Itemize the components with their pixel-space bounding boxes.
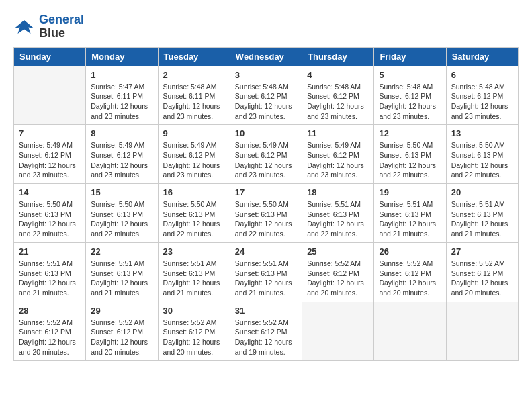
calendar-day-9: 9Sunrise: 5:49 AMSunset: 6:12 PMDaylight… <box>158 125 230 184</box>
day-number: 3 <box>235 70 297 80</box>
calendar-day-7: 7Sunrise: 5:49 AMSunset: 6:12 PMDaylight… <box>14 125 86 184</box>
calendar-day-6: 6Sunrise: 5:48 AMSunset: 6:12 PMDaylight… <box>446 66 518 125</box>
day-number: 9 <box>163 128 225 138</box>
calendar-table: SundayMondayTuesdayWednesdayThursdayFrid… <box>13 47 519 361</box>
calendar-day-14: 14Sunrise: 5:50 AMSunset: 6:13 PMDayligh… <box>14 184 86 243</box>
day-info: Sunrise: 5:49 AMSunset: 6:12 PMDaylight:… <box>91 140 152 180</box>
calendar-day-20: 20Sunrise: 5:51 AMSunset: 6:13 PMDayligh… <box>446 184 518 243</box>
calendar-day-5: 5Sunrise: 5:48 AMSunset: 6:12 PMDaylight… <box>374 66 446 125</box>
logo: GeneralBlue <box>13 13 84 40</box>
weekday-header-monday: Monday <box>86 47 158 66</box>
day-info: Sunrise: 5:52 AMSunset: 6:12 PMDaylight:… <box>19 318 81 357</box>
day-info: Sunrise: 5:51 AMSunset: 6:13 PMDaylight:… <box>91 259 152 298</box>
day-info: Sunrise: 5:49 AMSunset: 6:12 PMDaylight:… <box>235 140 297 180</box>
day-info: Sunrise: 5:51 AMSunset: 6:13 PMDaylight:… <box>451 199 513 239</box>
calendar-day-12: 12Sunrise: 5:50 AMSunset: 6:13 PMDayligh… <box>374 125 446 184</box>
day-number: 17 <box>235 187 297 197</box>
day-info: Sunrise: 5:48 AMSunset: 6:11 PMDaylight:… <box>163 82 225 122</box>
day-number: 14 <box>19 187 81 197</box>
day-info: Sunrise: 5:50 AMSunset: 6:13 PMDaylight:… <box>163 199 225 239</box>
day-number: 25 <box>307 246 369 257</box>
day-number: 24 <box>235 246 297 257</box>
day-info: Sunrise: 5:49 AMSunset: 6:12 PMDaylight:… <box>19 140 81 180</box>
calendar-day-28: 28Sunrise: 5:52 AMSunset: 6:12 PMDayligh… <box>14 302 86 361</box>
calendar-day-23: 23Sunrise: 5:51 AMSunset: 6:13 PMDayligh… <box>158 242 230 302</box>
calendar-day-24: 24Sunrise: 5:51 AMSunset: 6:13 PMDayligh… <box>230 242 302 302</box>
day-info: Sunrise: 5:48 AMSunset: 6:12 PMDaylight:… <box>451 82 513 122</box>
weekday-header-thursday: Thursday <box>302 47 374 66</box>
day-number: 13 <box>451 128 513 138</box>
calendar-day-11: 11Sunrise: 5:49 AMSunset: 6:12 PMDayligh… <box>302 125 374 184</box>
day-number: 5 <box>379 70 441 80</box>
calendar-day-3: 3Sunrise: 5:48 AMSunset: 6:12 PMDaylight… <box>230 66 302 125</box>
calendar-day-22: 22Sunrise: 5:51 AMSunset: 6:13 PMDayligh… <box>86 242 158 302</box>
calendar-day-8: 8Sunrise: 5:49 AMSunset: 6:12 PMDaylight… <box>86 125 158 184</box>
day-number: 23 <box>163 246 225 257</box>
calendar-week-2: 7Sunrise: 5:49 AMSunset: 6:12 PMDaylight… <box>14 125 519 184</box>
calendar-day-21: 21Sunrise: 5:51 AMSunset: 6:13 PMDayligh… <box>14 242 86 302</box>
day-number: 20 <box>451 187 513 197</box>
calendar-day-empty <box>374 302 446 361</box>
day-number: 6 <box>451 70 513 80</box>
day-number: 16 <box>163 187 225 197</box>
day-info: Sunrise: 5:50 AMSunset: 6:13 PMDaylight:… <box>235 199 297 239</box>
calendar-day-18: 18Sunrise: 5:51 AMSunset: 6:13 PMDayligh… <box>302 184 374 243</box>
day-info: Sunrise: 5:51 AMSunset: 6:13 PMDaylight:… <box>163 259 225 298</box>
calendar-week-3: 14Sunrise: 5:50 AMSunset: 6:13 PMDayligh… <box>14 184 519 243</box>
calendar-day-30: 30Sunrise: 5:52 AMSunset: 6:12 PMDayligh… <box>158 302 230 361</box>
day-info: Sunrise: 5:50 AMSunset: 6:13 PMDaylight:… <box>379 140 441 180</box>
day-info: Sunrise: 5:52 AMSunset: 6:12 PMDaylight:… <box>163 318 225 357</box>
day-info: Sunrise: 5:52 AMSunset: 6:12 PMDaylight:… <box>307 259 369 298</box>
calendar-day-empty <box>302 302 374 361</box>
day-info: Sunrise: 5:51 AMSunset: 6:13 PMDaylight:… <box>19 259 81 298</box>
calendar-day-10: 10Sunrise: 5:49 AMSunset: 6:12 PMDayligh… <box>230 125 302 184</box>
day-info: Sunrise: 5:52 AMSunset: 6:12 PMDaylight:… <box>379 259 441 298</box>
day-number: 4 <box>307 70 369 80</box>
calendar-day-2: 2Sunrise: 5:48 AMSunset: 6:11 PMDaylight… <box>158 66 230 125</box>
calendar-day-16: 16Sunrise: 5:50 AMSunset: 6:13 PMDayligh… <box>158 184 230 243</box>
day-info: Sunrise: 5:52 AMSunset: 6:12 PMDaylight:… <box>91 318 152 357</box>
calendar-week-1: 1Sunrise: 5:47 AMSunset: 6:11 PMDaylight… <box>14 66 519 125</box>
day-number: 31 <box>235 306 297 316</box>
day-info: Sunrise: 5:50 AMSunset: 6:13 PMDaylight:… <box>451 140 513 180</box>
weekday-header-wednesday: Wednesday <box>230 47 302 66</box>
day-info: Sunrise: 5:49 AMSunset: 6:12 PMDaylight:… <box>163 140 225 180</box>
calendar-day-empty <box>14 66 86 125</box>
day-number: 11 <box>307 128 369 138</box>
weekday-header-saturday: Saturday <box>446 47 518 66</box>
calendar-day-19: 19Sunrise: 5:51 AMSunset: 6:13 PMDayligh… <box>374 184 446 243</box>
weekday-header-tuesday: Tuesday <box>158 47 230 66</box>
calendar-day-25: 25Sunrise: 5:52 AMSunset: 6:12 PMDayligh… <box>302 242 374 302</box>
day-number: 28 <box>19 306 81 316</box>
day-number: 12 <box>379 128 441 138</box>
day-number: 22 <box>91 246 152 257</box>
calendar-day-empty <box>446 302 518 361</box>
day-info: Sunrise: 5:52 AMSunset: 6:12 PMDaylight:… <box>451 259 513 298</box>
weekday-header-row: SundayMondayTuesdayWednesdayThursdayFrid… <box>14 47 519 66</box>
svg-marker-0 <box>15 20 34 34</box>
page-header: GeneralBlue <box>13 13 519 40</box>
day-info: Sunrise: 5:48 AMSunset: 6:12 PMDaylight:… <box>307 82 369 122</box>
calendar-day-13: 13Sunrise: 5:50 AMSunset: 6:13 PMDayligh… <box>446 125 518 184</box>
calendar-day-15: 15Sunrise: 5:50 AMSunset: 6:13 PMDayligh… <box>86 184 158 243</box>
calendar-day-26: 26Sunrise: 5:52 AMSunset: 6:12 PMDayligh… <box>374 242 446 302</box>
logo-text: GeneralBlue <box>39 13 84 40</box>
day-number: 27 <box>451 246 513 257</box>
day-number: 15 <box>91 187 152 197</box>
day-info: Sunrise: 5:51 AMSunset: 6:13 PMDaylight:… <box>307 199 369 239</box>
day-info: Sunrise: 5:49 AMSunset: 6:12 PMDaylight:… <box>307 140 369 180</box>
day-number: 19 <box>379 187 441 197</box>
day-number: 30 <box>163 306 225 316</box>
day-info: Sunrise: 5:51 AMSunset: 6:13 PMDaylight:… <box>379 199 441 239</box>
day-number: 26 <box>379 246 441 257</box>
day-info: Sunrise: 5:48 AMSunset: 6:12 PMDaylight:… <box>379 82 441 122</box>
weekday-header-sunday: Sunday <box>14 47 86 66</box>
day-number: 7 <box>19 128 81 138</box>
calendar-week-4: 21Sunrise: 5:51 AMSunset: 6:13 PMDayligh… <box>14 242 519 302</box>
day-number: 29 <box>91 306 152 316</box>
calendar-day-4: 4Sunrise: 5:48 AMSunset: 6:12 PMDaylight… <box>302 66 374 125</box>
calendar-day-1: 1Sunrise: 5:47 AMSunset: 6:11 PMDaylight… <box>86 66 158 125</box>
day-number: 21 <box>19 246 81 257</box>
logo-icon <box>13 17 35 36</box>
day-info: Sunrise: 5:50 AMSunset: 6:13 PMDaylight:… <box>19 199 81 239</box>
